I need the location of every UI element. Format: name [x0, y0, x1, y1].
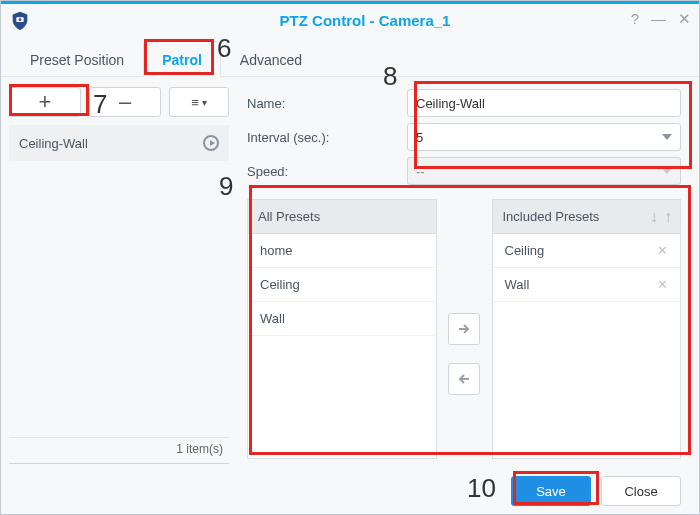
tabs: Preset Position Patrol Advanced — [1, 37, 699, 77]
all-presets-header: All Presets — [248, 200, 436, 234]
preset-item[interactable]: Wall — [248, 302, 436, 336]
name-label: Name: — [247, 96, 407, 111]
patrol-list-item[interactable]: Ceiling-Wall — [9, 125, 229, 161]
add-preset-button[interactable] — [448, 313, 480, 345]
preset-item[interactable]: Ceiling — [248, 268, 436, 302]
move-up-icon[interactable]: ↑ — [664, 208, 672, 226]
interval-label: Interval (sec.): — [247, 130, 407, 145]
sort-icon: ≡ — [191, 95, 199, 110]
svg-point-1 — [19, 18, 22, 21]
included-item[interactable]: Wall ✕ — [493, 268, 681, 302]
presets-transfer: All Presets home Ceiling Wall Included P… — [247, 199, 681, 459]
patrol-main: Name: Ceiling-Wall Interval (sec.): 5 Sp… — [237, 77, 699, 467]
sort-patrol-button[interactable]: ≡ ▾ — [169, 87, 229, 117]
patrol-list: Ceiling-Wall — [9, 125, 229, 437]
close-button[interactable]: Close — [601, 476, 681, 506]
window-title: PTZ Control - Camera_1 — [31, 12, 699, 29]
tab-preset-position[interactable]: Preset Position — [11, 41, 143, 76]
titlebar: PTZ Control - Camera_1 ? — ✕ — [1, 1, 699, 37]
speed-select[interactable]: -- — [407, 157, 681, 185]
app-badge-icon — [9, 10, 31, 32]
speed-value: -- — [416, 164, 425, 179]
preset-item[interactable]: home — [248, 234, 436, 268]
minimize-button[interactable]: — — [651, 10, 666, 28]
speed-label: Speed: — [247, 164, 407, 179]
remove-patrol-button[interactable]: – — [89, 87, 161, 117]
add-patrol-button[interactable]: + — [9, 87, 81, 117]
included-presets-header: Included Presets ↓ ↑ — [493, 200, 681, 234]
annotation-label-10: 10 — [467, 473, 496, 504]
arrow-right-icon — [457, 322, 471, 336]
ptz-control-window: PTZ Control - Camera_1 ? — ✕ Preset Posi… — [0, 0, 700, 515]
patrol-count: 1 item(s) — [9, 437, 229, 461]
chevron-down-icon — [662, 168, 672, 174]
remove-item-icon[interactable]: ✕ — [657, 277, 668, 292]
included-item[interactable]: Ceiling ✕ — [493, 234, 681, 268]
patrol-sidebar: + – ≡ ▾ Ceiling-Wall 1 item(s) — [1, 77, 237, 467]
close-window-button[interactable]: ✕ — [678, 10, 691, 28]
help-button[interactable]: ? — [631, 10, 639, 28]
name-input[interactable]: Ceiling-Wall — [407, 89, 681, 117]
remove-preset-button[interactable] — [448, 363, 480, 395]
all-presets-list: All Presets home Ceiling Wall — [247, 199, 437, 459]
tab-patrol[interactable]: Patrol — [143, 41, 221, 77]
chevron-down-icon: ▾ — [202, 97, 207, 108]
save-button[interactable]: Save — [511, 476, 591, 506]
included-presets-list: Included Presets ↓ ↑ Ceiling ✕ Wall ✕ — [492, 199, 682, 459]
interval-select[interactable]: 5 — [407, 123, 681, 151]
play-icon[interactable] — [203, 135, 219, 151]
sidebar-divider — [9, 463, 229, 467]
remove-item-icon[interactable]: ✕ — [657, 243, 668, 258]
chevron-down-icon — [662, 134, 672, 140]
name-value: Ceiling-Wall — [416, 96, 485, 111]
tab-advanced[interactable]: Advanced — [221, 41, 321, 76]
interval-value: 5 — [416, 130, 423, 145]
patrol-item-label: Ceiling-Wall — [19, 136, 88, 151]
move-down-icon[interactable]: ↓ — [650, 208, 658, 226]
arrow-left-icon — [457, 372, 471, 386]
